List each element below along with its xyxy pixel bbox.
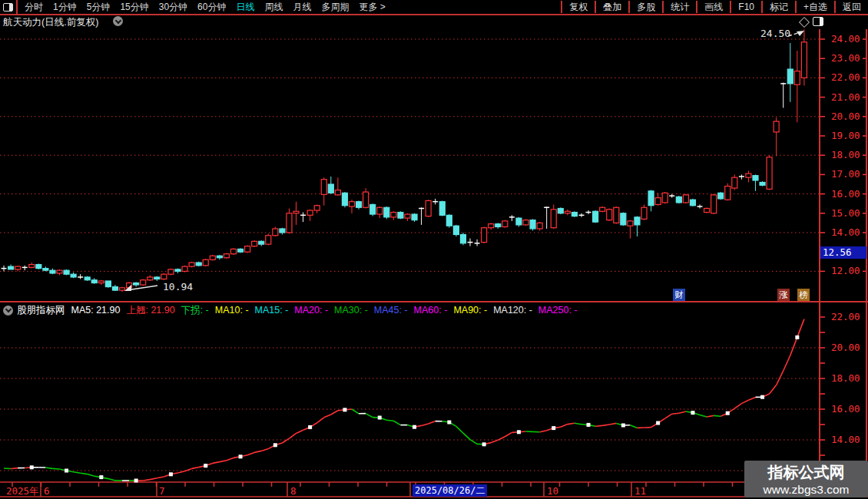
chevron-down-icon[interactable] [113,16,123,26]
candle-body [356,202,362,208]
candle-body [398,213,403,219]
candle-body [147,277,153,280]
menu-item-3[interactable]: 15分钟 [120,1,148,14]
candle-body [252,241,257,246]
candle-body [245,246,250,253]
ma-line-segment [700,415,707,417]
ma-line-segment [679,411,686,413]
ma-marker [587,423,591,427]
action-item-4[interactable]: 画线 [696,1,730,13]
ma-line-segment [777,371,784,385]
badge-rank[interactable]: 榜 [797,289,810,301]
ma-line-segment [88,474,94,477]
badge-rise[interactable]: 涨 [777,289,790,301]
price-axis-label: 21.00 [831,91,860,103]
candle-body [760,182,765,185]
menu-item-2[interactable]: 5分钟 [87,1,111,14]
candle-body [794,71,800,85]
menu-item-4[interactable]: 30分钟 [159,1,187,14]
ma-line-segment [602,425,609,425]
ma-line-segment [630,425,637,428]
window-menu-button[interactable] [0,0,18,14]
ma-line-segment [561,425,568,428]
candle-body [676,197,681,203]
candle-body [293,211,299,213]
candle-body [203,259,208,266]
candle-body [120,288,125,290]
menu-item-5[interactable]: 60分钟 [197,1,226,14]
candle-body [71,274,76,277]
candle-body [175,269,181,272]
indicator-item-5: MA20: - [294,305,328,316]
candle-body [446,215,452,226]
candle-body [307,210,313,215]
chevron-down-icon[interactable] [3,306,13,316]
menu-item-7[interactable]: 周线 [264,1,283,14]
price-axis-label: 20.00 [831,111,860,122]
action-item-5[interactable]: F10 [730,1,761,13]
x-axis-label-3: 8 [290,485,297,497]
badge-finance[interactable]: 财 [673,289,685,301]
candle-body [453,226,459,234]
ma-marker [447,421,451,425]
ma-line-segment [192,468,199,469]
ma-line-segment [157,477,164,478]
menu-item-1[interactable]: 1分钟 [53,1,77,14]
ma-line-segment [331,411,338,415]
action-item-1[interactable]: 叠加 [595,1,628,13]
ma-marker [621,424,625,428]
candlestick-chart[interactable]: 24.0023.0022.0021.0020.0019.0018.0017.00… [0,29,868,499]
action-item-6[interactable]: 标记 [761,1,795,13]
candle-body [377,207,383,214]
menu-item-6[interactable]: 日线 [236,1,254,14]
price-axis-label: 16.00 [831,188,860,200]
ma-line-segment [422,424,429,425]
candle-body [732,177,737,188]
ma-line-segment [366,414,373,418]
panel-toggle-icon[interactable] [813,17,823,26]
candle-body [405,214,410,218]
candle-body [370,204,376,214]
low-price-annotation: 10.94 [163,281,193,292]
candle-body [105,281,111,287]
candle-body [690,200,695,206]
diamond-icon[interactable] [799,17,810,28]
menu-item-8[interactable]: 月线 [293,1,311,14]
candle-body [43,269,48,271]
menu-item-9[interactable]: 多周期 [321,1,349,14]
candle-body [704,209,710,213]
candle-body [36,265,41,269]
ma-marker [134,479,138,483]
action-menu: 复权叠加多股统计画线F10标记+自选返回 [561,0,868,14]
ma-marker [204,464,207,468]
price-axis-label: 14.00 [831,226,860,238]
price-axis-label: 15.00 [831,207,860,219]
candle-body [774,121,779,132]
action-item-7[interactable]: +自选 [795,1,834,13]
ma-line-segment [352,409,359,414]
ma-marker [691,411,694,415]
ma-line-segment [609,423,616,425]
action-item-8[interactable]: 返回 [834,1,868,13]
ma-line-segment [491,440,498,442]
price-axis-label: 17.00 [831,168,860,180]
action-item-2[interactable]: 多股 [628,1,662,13]
ma-line-segment [568,423,575,424]
candle-body [655,198,661,205]
candle-body [141,280,146,285]
ma-marker [482,442,486,446]
ma-line-segment [734,404,741,409]
ma-line-segment [665,414,672,418]
candle-body [753,176,758,180]
ma-line-segment [790,337,797,355]
candle-body [412,214,417,220]
menu-item-10[interactable]: 更多 > [359,1,385,14]
candle-body [565,211,570,213]
action-item-0[interactable]: 复权 [561,1,595,13]
menu-item-0[interactable]: 分时 [25,1,43,14]
candle-body [259,241,264,244]
action-item-3[interactable]: 统计 [662,1,696,13]
indicator-item-7: MA45: - [374,305,408,316]
ma-line-segment [143,480,150,481]
ma-line-segment [714,415,721,416]
